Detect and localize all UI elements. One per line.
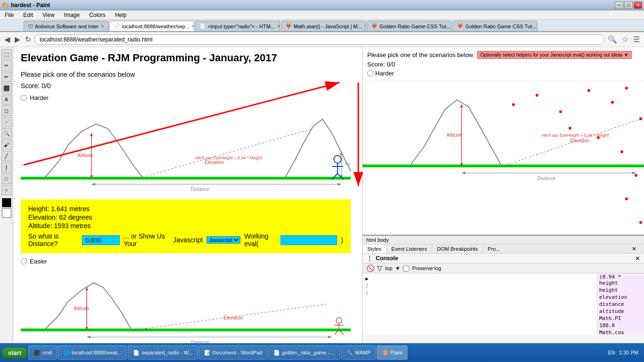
taskbar-item-separated[interactable]: 📄 separated_radio - W... xyxy=(128,346,198,360)
devtools-tab-styles[interactable]: Styles xyxy=(363,245,387,253)
preserve-log-checkbox[interactable] xyxy=(403,265,409,272)
autocomplete-item-5[interactable]: Math.PI xyxy=(597,315,644,322)
color-white[interactable] xyxy=(2,208,11,218)
console-expand-icon[interactable]: ⋮ xyxy=(366,255,373,262)
svg-marker-46 xyxy=(462,172,465,174)
start-button[interactable]: start xyxy=(2,347,27,359)
eraser-tool[interactable]: ◻ xyxy=(1,106,12,116)
console-close-icon[interactable]: ✕ xyxy=(635,255,640,262)
autocomplete-item-1[interactable]: height xyxy=(597,287,644,294)
taskbar-item-browser[interactable]: 🌐 localhost:8888/weat... xyxy=(58,346,127,360)
back-button[interactable]: ◀ xyxy=(3,35,11,44)
maximize-button[interactable]: □ xyxy=(624,1,633,9)
crop-tool[interactable]: ✂ xyxy=(1,60,12,71)
refresh-button[interactable]: ↻ xyxy=(24,35,33,44)
devtools-tab-dom[interactable]: DOM Breakpoints xyxy=(432,245,483,253)
autocomplete-item-6[interactable]: 180.0 xyxy=(597,322,644,329)
svg-text:Elevation: Elevation xyxy=(223,315,243,321)
autocomplete-item-4[interactable]: altitude xyxy=(597,308,644,315)
harder-radio[interactable] xyxy=(21,95,27,101)
fill-tool[interactable]: ⬛ xyxy=(1,83,12,93)
taskbar-item-mamp[interactable]: 🔧 MAMP xyxy=(341,346,376,360)
menu-file[interactable]: File xyxy=(2,12,17,18)
working-eval-input[interactable] xyxy=(281,235,337,245)
devtools-panel: html body Styles Event Listeners DOM Bre… xyxy=(363,235,644,343)
tab-3[interactable]: 📄 <input type="radio"> - HTM... ✕ xyxy=(195,21,280,31)
devtools-breadcrumb: html body xyxy=(366,237,389,243)
pencil-tool[interactable]: ✏ xyxy=(1,72,12,82)
menu-help[interactable]: Help xyxy=(112,12,130,18)
right-panel: Please pick one of the scenarios below O… xyxy=(362,47,644,343)
console-filter-icon[interactable]: ▽ xyxy=(377,264,382,272)
select-tool[interactable]: ⬚ xyxy=(1,49,12,59)
taskbar-item-golden[interactable]: 📄 golden_ratio_game - ... xyxy=(268,346,340,360)
right-harder-radio[interactable] xyxy=(367,70,373,76)
console-expand-btn[interactable]: ▶ xyxy=(364,275,595,282)
taskbar: start ⬛ cmd 🌐 localhost:8888/weat... 📄 s… xyxy=(0,343,644,362)
ellipse-tool[interactable]: ○ xyxy=(1,185,12,195)
tab-2[interactable]: 📄 localhost:8888/weather/sep... ✕ xyxy=(109,21,194,31)
autocomplete-item-7[interactable]: Math.cos xyxy=(597,329,644,335)
line-tool[interactable]: ╱ xyxy=(1,151,12,161)
brush-tool[interactable]: 🖌 xyxy=(1,140,12,150)
mamp-icon: 🔧 xyxy=(347,350,353,356)
taskbar-item-wordpad[interactable]: 📝 Document - WordPad xyxy=(199,346,268,360)
answer-area: Height: 1.641 metres Elevation: 62 degre… xyxy=(21,199,351,253)
answer-height: Height: 1.641 metres xyxy=(28,205,343,213)
bookmark-icon[interactable]: ☆ xyxy=(620,35,630,44)
minimize-button[interactable]: ─ xyxy=(615,1,623,9)
wordpad-label: Document - WordPad xyxy=(213,350,263,355)
mamp-label: MAMP xyxy=(355,350,371,355)
svg-point-51 xyxy=(559,110,562,113)
devtools-tab-event-listeners[interactable]: Event Listeners xyxy=(387,245,432,253)
svg-marker-39 xyxy=(460,104,463,107)
tab-1[interactable]: 🛡 Antivirus Software and Inter ✕ xyxy=(24,21,108,31)
svg-point-54 xyxy=(625,87,628,90)
console-top-dropdown[interactable]: ▼ xyxy=(395,265,400,271)
svg-text:Distance: Distance xyxy=(537,176,556,181)
autocomplete-item-0[interactable]: (0.94 * height xyxy=(597,273,644,287)
console-stop-icon[interactable]: 🚫 xyxy=(366,264,374,272)
taskbar-item-cmd[interactable]: ⬛ cmd xyxy=(28,346,57,360)
title-bar: 🎨 hardest - Paint ─ □ ✕ xyxy=(0,0,644,10)
svg-text:Distance: Distance xyxy=(191,187,209,192)
devtools-close-icon[interactable]: ✕ xyxy=(629,245,639,253)
autocomplete-item-2[interactable]: elevation xyxy=(597,294,644,301)
search-icon[interactable]: 🔍 xyxy=(606,35,619,44)
tab-close-4[interactable]: ✕ xyxy=(364,24,366,29)
picker-tool[interactable]: 💉 xyxy=(1,117,12,127)
golden-icon: 📄 xyxy=(273,350,280,356)
forward-button[interactable]: ▶ xyxy=(13,35,22,44)
easier-radio[interactable] xyxy=(21,258,27,264)
text-tool[interactable]: A xyxy=(1,94,12,105)
tab-label-5: Golden Ratio Game CSS Tut... xyxy=(380,24,450,29)
taskbar-item-paint[interactable]: 🎨 Paint xyxy=(377,346,407,360)
title-bar-text: hardest - Paint xyxy=(11,2,50,8)
devtools-tab-pro[interactable]: Pro... xyxy=(483,245,505,253)
autocomplete-item-3[interactable]: distance xyxy=(597,301,644,308)
tab-4[interactable]: 🦊 Math.atan() - JavaScript | M... ✕ xyxy=(281,21,366,31)
svg-marker-10 xyxy=(338,183,341,186)
helpers-button[interactable]: Optionally select helpers for your Javas… xyxy=(477,51,632,59)
menu-colors[interactable]: Colors xyxy=(86,12,108,18)
svg-point-58 xyxy=(620,150,623,153)
tab-close-1[interactable]: ✕ xyxy=(100,24,104,29)
close-button[interactable]: ✕ xyxy=(634,1,642,9)
rect-tool[interactable]: □ xyxy=(1,173,12,184)
menu-icon[interactable]: ☰ xyxy=(632,35,641,44)
tab-6[interactable]: 🦊 Golden Ratio Game CSS Tut... ✕ xyxy=(453,21,537,31)
distance-input[interactable] xyxy=(82,235,120,245)
tab-close-2[interactable]: ✕ xyxy=(191,24,194,29)
menu-image[interactable]: Image xyxy=(61,12,83,18)
javascript-select[interactable]: Javascript xyxy=(206,236,240,244)
color-black[interactable] xyxy=(2,198,11,207)
address-bar[interactable] xyxy=(34,34,604,45)
menu-edit[interactable]: Edit xyxy=(20,12,36,18)
menu-view[interactable]: View xyxy=(40,12,58,18)
tab-close-3[interactable]: ✕ xyxy=(277,24,280,29)
zoom-tool[interactable]: 🔍 xyxy=(1,128,12,139)
tab-5[interactable]: 🦊 Golden Ratio Game CSS Tut... ✕ xyxy=(367,21,452,31)
curve-tool[interactable]: ∫ xyxy=(1,162,12,173)
right-harder-option: Harder xyxy=(367,70,639,77)
svg-text:Altitude: Altitude xyxy=(446,132,462,138)
